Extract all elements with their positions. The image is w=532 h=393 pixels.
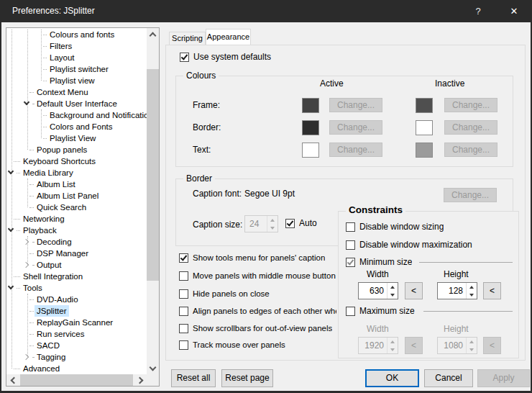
chevron-right-icon[interactable] xyxy=(23,239,29,245)
chevron-down-icon[interactable] xyxy=(8,168,14,174)
chevron-right-icon[interactable] xyxy=(23,262,29,268)
close-icon[interactable]: ✕ xyxy=(500,0,528,22)
panel-option-checkbox[interactable] xyxy=(179,324,188,333)
inactive-change-button: Change... xyxy=(444,120,497,135)
tree-connector xyxy=(43,81,47,81)
stepper-down-icon[interactable] xyxy=(467,291,477,299)
ok-button[interactable]: OK xyxy=(365,369,419,387)
active-change-button: Change... xyxy=(329,120,382,135)
tree-item[interactable]: ReplayGain Scanner xyxy=(6,317,147,328)
minimum-size-checkbox[interactable] xyxy=(346,258,355,267)
tree-item[interactable]: Keyboard Shortcuts xyxy=(6,155,147,167)
stepper-arrows[interactable] xyxy=(466,283,477,299)
stepper-up-icon[interactable] xyxy=(467,283,477,291)
tree-item[interactable]: Advanced xyxy=(6,363,147,374)
cancel-button[interactable]: Cancel xyxy=(424,369,473,387)
tree-item-label: Popup panels xyxy=(37,144,87,155)
tree-connector xyxy=(29,253,34,254)
scroll-right-icon[interactable] xyxy=(134,374,147,386)
reset-all-button[interactable]: Reset all xyxy=(171,369,216,387)
scroll-down-icon[interactable] xyxy=(147,362,159,374)
chevron-right-icon[interactable] xyxy=(23,354,29,360)
panel-option-row[interactable]: Align panels to edges of each other when xyxy=(179,306,336,317)
tree-item[interactable]: Default User Interface xyxy=(6,98,147,109)
panel-option-row[interactable]: Show scrollbars for out-of-view panels xyxy=(179,323,332,334)
tree-item[interactable]: Playback xyxy=(6,225,147,236)
colour-row-label: Frame: xyxy=(193,100,220,110)
panel-option-row[interactable]: Hide panels on close xyxy=(179,289,270,299)
scroll-up-icon[interactable] xyxy=(147,28,159,40)
stepper-down-icon[interactable] xyxy=(387,291,398,299)
chevron-down-icon[interactable] xyxy=(8,226,14,232)
scroll-left-icon[interactable] xyxy=(6,374,19,386)
min-height-stepper[interactable]: 128 xyxy=(437,282,477,299)
tree-item-label: SACD xyxy=(37,340,60,351)
tree-item[interactable]: Colours and fonts xyxy=(6,29,147,40)
chevron-down-icon[interactable] xyxy=(24,99,29,105)
min-width-stepper[interactable]: 630 xyxy=(358,282,398,299)
auto-row[interactable]: Auto xyxy=(285,218,317,229)
vertical-scroll-thumb[interactable] xyxy=(147,69,159,281)
maximum-size-checkbox[interactable] xyxy=(346,307,355,316)
tree-item[interactable]: Tools xyxy=(6,282,147,294)
tree-item[interactable]: JSplitter xyxy=(6,305,147,317)
panel-option-checkbox[interactable] xyxy=(179,307,188,316)
caption-font-label: Caption font: xyxy=(193,189,242,199)
maximum-size-row[interactable]: Maximum size xyxy=(346,306,415,317)
tree-item[interactable]: Shell Integration xyxy=(6,271,147,282)
tab-appearance[interactable]: Appearance xyxy=(206,29,251,45)
tree-item[interactable]: Networking xyxy=(6,213,147,225)
tree-item-label: Filters xyxy=(50,40,72,52)
stepper-up-icon[interactable] xyxy=(387,283,398,291)
constraint-option-checkbox[interactable] xyxy=(346,240,355,250)
tree-item[interactable]: Playlist switcher xyxy=(6,63,147,75)
tree-item[interactable]: Playlist View xyxy=(6,132,147,144)
panel-option-checkbox[interactable] xyxy=(179,271,188,281)
tree-item[interactable]: Filters xyxy=(6,40,147,52)
tab-scripting[interactable]: Scripting xyxy=(169,32,206,45)
min-width-shrink-button[interactable]: < xyxy=(405,282,423,299)
tree-item[interactable]: DVD-Audio xyxy=(6,294,147,305)
tree-item[interactable]: Popup panels xyxy=(6,144,147,155)
stepper-arrows[interactable] xyxy=(387,283,398,299)
minimum-size-row[interactable]: Minimum size xyxy=(346,257,412,268)
vertical-scrollbar[interactable] xyxy=(147,28,159,374)
panel-option-checkbox[interactable] xyxy=(179,253,188,263)
panel-option-row[interactable]: Show tools menu for panels' caption xyxy=(179,253,325,263)
constraint-option-row[interactable]: Disable window maximization xyxy=(346,240,472,250)
tree-item[interactable]: Album List xyxy=(6,179,147,190)
panel-option-row[interactable]: Move panels with middle mouse button xyxy=(179,271,336,281)
panel-option-row[interactable]: Track mouse over panels xyxy=(179,340,285,351)
min-height-shrink-button[interactable]: < xyxy=(483,282,501,299)
tree-item[interactable]: Decoding xyxy=(6,236,147,248)
tree-item[interactable]: Background and Notifications xyxy=(6,109,147,121)
tree-item-label: Album List Panel xyxy=(37,190,98,202)
tree-item[interactable]: Output xyxy=(6,259,147,271)
tree-item[interactable]: Tagging xyxy=(6,351,147,363)
horizontal-scroll-thumb[interactable] xyxy=(20,374,133,386)
help-icon[interactable]: ? xyxy=(466,0,490,22)
tree-item[interactable]: Album List Panel xyxy=(6,190,147,202)
tree-item[interactable]: DSP Manager xyxy=(6,248,147,259)
tree-item[interactable]: Run services xyxy=(6,328,147,340)
tree-item[interactable]: SACD xyxy=(6,340,147,351)
constraint-option-row[interactable]: Disable window sizing xyxy=(346,222,444,232)
tree-item[interactable]: Playlist view xyxy=(6,75,147,86)
stepper-arrows xyxy=(466,338,477,353)
chevron-down-icon[interactable] xyxy=(8,284,14,289)
auto-checkbox[interactable] xyxy=(285,219,295,228)
use-system-defaults-checkbox[interactable] xyxy=(180,53,189,62)
use-system-defaults-row[interactable]: Use system defaults xyxy=(180,52,271,63)
tree-item-label: Playlist switcher xyxy=(50,63,109,75)
tree-item[interactable]: Layout xyxy=(6,52,147,63)
panel-option-checkbox[interactable] xyxy=(179,289,188,299)
tree-item[interactable]: Colors and Fonts xyxy=(6,121,147,132)
inactive-change-button: Change... xyxy=(444,143,497,157)
panel-option-checkbox[interactable] xyxy=(179,340,188,350)
constraint-option-checkbox[interactable] xyxy=(346,222,355,232)
horizontal-scrollbar[interactable] xyxy=(6,374,147,386)
tree-item[interactable]: Quick Search xyxy=(6,202,147,213)
reset-page-button[interactable]: Reset page xyxy=(221,369,273,387)
tree-item[interactable]: Media Library xyxy=(6,167,147,179)
tree-item[interactable]: Context Menu xyxy=(6,86,147,98)
